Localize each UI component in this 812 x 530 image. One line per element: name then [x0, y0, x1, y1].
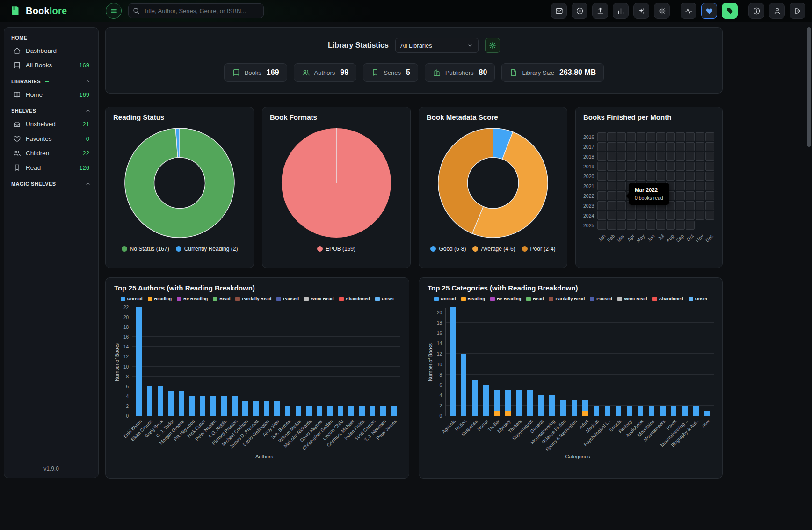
sidebar-item-read[interactable]: Read126	[9, 160, 94, 175]
bar[interactable]: David Wellington	[261, 308, 272, 416]
sidebar-section-header[interactable]: SHELVES	[11, 108, 91, 114]
heatmap-cell[interactable]	[696, 211, 704, 220]
hamburger-button[interactable]	[106, 3, 122, 19]
bar[interactable]: Mountaineering ..	[679, 308, 690, 416]
bar[interactable]: Adult	[580, 308, 591, 416]
heatmap-cell[interactable]	[696, 162, 704, 171]
bar[interactable]: Fantasy	[624, 308, 635, 416]
heatmap-cell[interactable]	[597, 172, 606, 181]
bar[interactable]: Science Fiction	[558, 308, 569, 416]
heatmap-cell[interactable]	[627, 172, 636, 181]
legend-item[interactable]: No Status (167)	[122, 246, 169, 252]
heatmap-cell[interactable]	[676, 162, 685, 171]
heatmap-cell[interactable]	[686, 211, 695, 220]
metadata-score-chart[interactable]: Good (6-8)Average (4-6)Poor (2-4)	[427, 124, 559, 252]
heatmap-cell[interactable]	[637, 142, 645, 151]
heatmap-cell[interactable]	[627, 162, 636, 171]
bar[interactable]: Travel	[668, 308, 680, 416]
bar[interactable]: David Haynes	[314, 308, 325, 416]
sidebar-item-favorites[interactable]: Favorites0	[9, 131, 94, 146]
heatmap-cell[interactable]	[686, 132, 695, 141]
heatmap-cell[interactable]	[666, 191, 675, 200]
sidebar-item-home[interactable]: Home169	[9, 87, 94, 102]
bar[interactable]: RR Haywood	[187, 308, 197, 416]
top-authors-chart[interactable]: UnreadReadingRe ReadingReadPartially Rea…	[114, 296, 400, 459]
reading-status-chart[interactable]: No Status (167)Currently Reading (2)	[113, 124, 246, 252]
books-finished-heatmap[interactable]: 2016201720182019202020212022202320242025…	[583, 132, 715, 244]
bar[interactable]: Scott Carson	[367, 308, 378, 416]
heatmap-cell[interactable]	[627, 132, 636, 141]
bar[interactable]: Enid Blyton	[134, 308, 145, 416]
heatmap-cell[interactable]	[597, 191, 606, 200]
bar[interactable]: Morgan Greene	[176, 308, 187, 416]
heatmap-cell[interactable]	[646, 132, 655, 141]
heatmap-cell[interactable]	[607, 201, 616, 210]
heatmap-cell[interactable]	[696, 201, 704, 210]
heatmap-cell[interactable]	[686, 142, 695, 151]
heatmap-cell[interactable]	[637, 201, 645, 210]
bar[interactable]: Supernatural	[524, 308, 536, 416]
book-formats-chart[interactable]: EPUB (169)	[270, 124, 403, 252]
search-input[interactable]	[128, 3, 264, 18]
stat-chip-library-size[interactable]: Library Size263.80 MB	[501, 63, 604, 82]
heatmap-cell[interactable]	[597, 132, 606, 141]
heatmap-cell[interactable]	[676, 221, 685, 230]
heatmap-cell[interactable]	[705, 211, 714, 220]
inbox-button[interactable]	[551, 3, 567, 19]
heatmap-cell[interactable]	[646, 211, 655, 220]
bar[interactable]: Fiction	[458, 308, 470, 416]
bar[interactable]: Ghosts	[613, 308, 624, 416]
heatmap-cell[interactable]	[597, 152, 606, 161]
heatmap-cell[interactable]	[646, 201, 655, 210]
heatmap-cell[interactable]	[607, 152, 616, 161]
top-categories-chart[interactable]: UnreadReadingRe ReadingReadPartially Rea…	[428, 296, 714, 459]
heatmap-cell[interactable]	[656, 221, 665, 230]
add-icon[interactable]	[44, 79, 50, 85]
bar[interactable]: Malcolm Richards	[304, 308, 314, 416]
heatmap-cell[interactable]	[646, 191, 655, 200]
heatmap-cell[interactable]	[676, 132, 685, 141]
heatmap-cell[interactable]	[656, 152, 665, 161]
legend-item[interactable]: Reading	[461, 296, 485, 301]
legend-item[interactable]: Wont Read	[617, 296, 647, 301]
legend-item[interactable]: Re Reading	[490, 296, 521, 301]
heatmap-cell[interactable]	[597, 162, 606, 171]
tag-button[interactable]	[722, 3, 738, 19]
legend-item[interactable]: Unread	[434, 296, 456, 301]
heatmap-cell[interactable]	[666, 172, 675, 181]
heatmap-cell[interactable]	[637, 191, 645, 200]
heatmap-cell[interactable]	[656, 182, 665, 190]
heatmap-cell[interactable]	[637, 211, 645, 220]
legend-item[interactable]: Currently Reading (2)	[176, 246, 238, 252]
heatmap-cell[interactable]	[676, 211, 685, 220]
upload-button[interactable]	[592, 3, 608, 19]
logout-button[interactable]	[790, 3, 805, 19]
sidebar-section-header[interactable]: HOME	[11, 35, 91, 41]
heatmap-cell[interactable]	[597, 142, 606, 151]
heatmap-cell[interactable]	[705, 132, 714, 141]
bar[interactable]: T. J. Newman	[378, 308, 389, 416]
bar[interactable]: Psychological L..	[602, 308, 613, 416]
bar[interactable]: A.G. Riddle	[219, 308, 230, 416]
heatmap-cell[interactable]	[705, 191, 714, 200]
heatmap-cell[interactable]	[666, 142, 675, 151]
heatmap-cell[interactable]	[597, 211, 606, 220]
heatmap-cell[interactable]	[617, 132, 626, 141]
heatmap-cell[interactable]	[705, 182, 714, 190]
heatmap-cell[interactable]	[607, 191, 616, 200]
scrollbar-thumb[interactable]	[807, 27, 811, 147]
heart-button[interactable]	[701, 3, 717, 19]
heatmap-cell[interactable]	[637, 162, 645, 171]
bar[interactable]: Thriller	[492, 308, 503, 416]
bar-chart-button[interactable]	[613, 3, 629, 19]
bar[interactable]: William Meikle	[293, 308, 304, 416]
bar[interactable]: Mountains	[646, 308, 657, 416]
library-select[interactable]: All Libraries	[395, 38, 478, 53]
heatmap-cell[interactable]	[656, 201, 665, 210]
gear-button[interactable]	[654, 3, 670, 19]
heatmap-cell[interactable]	[617, 142, 626, 151]
chevron-up-icon[interactable]	[85, 78, 91, 85]
heatmap-cell[interactable]	[627, 201, 636, 210]
heatmap-cell[interactable]	[676, 201, 685, 210]
sparkles-button[interactable]	[633, 3, 649, 19]
